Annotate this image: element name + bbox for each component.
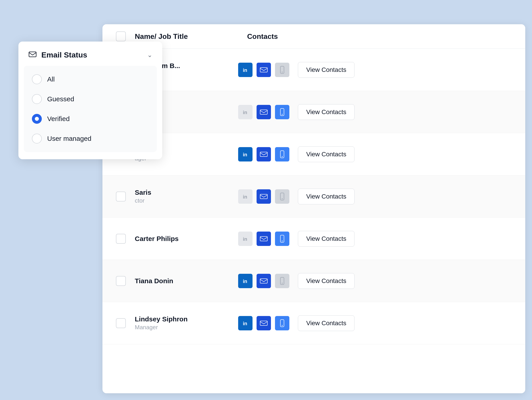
- svg-point-29: [282, 283, 283, 284]
- radio-label-verified: Verified: [47, 115, 70, 123]
- svg-text:in: in: [243, 321, 247, 326]
- radio-option-all[interactable]: All: [24, 69, 157, 89]
- view-contacts-button[interactable]: View Contacts: [298, 231, 355, 247]
- svg-text:in: in: [243, 194, 247, 200]
- svg-point-14: [282, 156, 283, 157]
- phone-icon[interactable]: [275, 63, 289, 77]
- linkedin-icon[interactable]: in: [238, 231, 253, 246]
- main-table-panel: Name/ Job Title Contacts n Ekstrom B... …: [102, 24, 525, 393]
- radio-label-all: All: [47, 75, 55, 83]
- row-name: Saris: [135, 189, 211, 196]
- row-checkbox[interactable]: [116, 276, 126, 286]
- svg-point-34: [282, 325, 283, 326]
- row-title: ctor: [135, 197, 220, 204]
- svg-point-4: [282, 72, 283, 73]
- row-checkbox[interactable]: [116, 192, 126, 201]
- radio-circle-guessed[interactable]: [32, 94, 42, 104]
- svg-point-9: [282, 114, 283, 115]
- linkedin-icon[interactable]: in: [238, 316, 253, 330]
- table-row: Tiana Donin in V: [102, 260, 525, 302]
- row-contacts: in View Contacts: [238, 104, 512, 120]
- table-row: Lindsey Siphron Manager in: [102, 302, 525, 344]
- phone-icon[interactable]: [275, 316, 289, 330]
- email-icon[interactable]: [257, 274, 271, 288]
- email-status-panel: Email Status ⌄ All Guessed Verified User…: [19, 42, 162, 159]
- row-checkbox[interactable]: [116, 234, 126, 244]
- svg-rect-22: [260, 237, 267, 241]
- phone-icon[interactable]: [275, 231, 289, 246]
- phone-icon[interactable]: [275, 189, 289, 204]
- linkedin-icon[interactable]: in: [238, 147, 253, 162]
- radio-option-verified[interactable]: Verified: [24, 109, 157, 129]
- row-name-block: Saris ctor: [135, 189, 220, 204]
- email-icon[interactable]: [257, 189, 271, 204]
- radio-label-user-managed: User managed: [47, 135, 91, 142]
- email-icon[interactable]: [257, 63, 271, 77]
- row-name-block: Tiana Donin: [135, 277, 220, 285]
- view-contacts-button[interactable]: View Contacts: [298, 146, 355, 162]
- linkedin-icon[interactable]: in: [238, 105, 253, 119]
- table-body: n Ekstrom B... ager in: [102, 49, 525, 344]
- panel-title: Email Status: [41, 50, 87, 59]
- email-icon[interactable]: [257, 231, 271, 246]
- radio-circle-verified[interactable]: [32, 114, 42, 124]
- email-icon[interactable]: [257, 316, 271, 330]
- linkedin-icon[interactable]: in: [238, 274, 253, 288]
- row-name: Lindsey Siphron: [135, 315, 211, 323]
- email-icon[interactable]: [257, 147, 271, 162]
- phone-icon[interactable]: [275, 105, 289, 119]
- view-contacts-button[interactable]: View Contacts: [298, 104, 355, 120]
- view-contacts-button[interactable]: View Contacts: [298, 273, 355, 289]
- view-contacts-button[interactable]: View Contacts: [298, 189, 355, 204]
- panel-header: Email Status ⌄: [19, 42, 162, 66]
- phone-icon[interactable]: [275, 147, 289, 162]
- row-checkbox[interactable]: [116, 318, 126, 328]
- row-contacts: in View Contacts: [238, 189, 512, 204]
- linkedin-icon[interactable]: in: [238, 63, 253, 77]
- panel-header-left: Email Status: [28, 50, 87, 60]
- row-name: Carter Philips: [135, 235, 211, 243]
- column-header-contacts: Contacts: [247, 32, 278, 41]
- radio-option-user-managed[interactable]: User managed: [24, 129, 157, 149]
- column-header-name: Name/ Job Title: [135, 32, 229, 41]
- chevron-up-icon[interactable]: ⌄: [147, 51, 152, 59]
- svg-rect-12: [260, 152, 267, 156]
- row-contacts: in View Contacts: [238, 146, 512, 162]
- email-icon[interactable]: [257, 105, 271, 119]
- view-contacts-button[interactable]: View Contacts: [298, 315, 355, 331]
- radio-label-guessed: Guessed: [47, 95, 74, 103]
- radio-option-guessed[interactable]: Guessed: [24, 89, 157, 109]
- radio-options-container: All Guessed Verified User managed: [24, 66, 157, 152]
- row-title: Manager: [135, 324, 220, 331]
- radio-circle-user-managed[interactable]: [32, 134, 42, 144]
- row-contacts: in View Contacts: [238, 62, 512, 78]
- row-contacts: in View Contacts: [238, 273, 512, 289]
- svg-rect-17: [260, 194, 267, 199]
- table-row: Carter Philips in: [102, 218, 525, 260]
- table-header: Name/ Job Title Contacts: [102, 24, 525, 49]
- svg-rect-35: [29, 52, 36, 57]
- table-row: Saris ctor in Vie: [102, 175, 525, 218]
- svg-point-24: [282, 241, 283, 241]
- email-icon: [28, 50, 37, 60]
- svg-rect-27: [260, 279, 267, 283]
- phone-icon[interactable]: [275, 274, 289, 288]
- svg-point-19: [282, 198, 283, 199]
- select-all-checkbox[interactable]: [116, 31, 126, 41]
- row-name: Tiana Donin: [135, 277, 211, 285]
- svg-text:in: in: [243, 110, 247, 115]
- svg-rect-32: [260, 321, 267, 325]
- view-contacts-button[interactable]: View Contacts: [298, 62, 355, 78]
- radio-circle-all[interactable]: [32, 74, 42, 84]
- row-contacts: in View Contacts: [238, 315, 512, 331]
- svg-text:in: in: [243, 236, 247, 242]
- row-name-block: Lindsey Siphron Manager: [135, 315, 220, 331]
- row-contacts: in View Contacts: [238, 231, 512, 247]
- svg-text:in: in: [243, 279, 247, 284]
- svg-text:in: in: [243, 67, 247, 73]
- svg-rect-7: [260, 110, 267, 114]
- row-name-block: Carter Philips: [135, 235, 220, 243]
- svg-rect-2: [260, 68, 267, 72]
- table-row: George ager in Vi: [102, 133, 525, 175]
- linkedin-icon[interactable]: in: [238, 189, 253, 204]
